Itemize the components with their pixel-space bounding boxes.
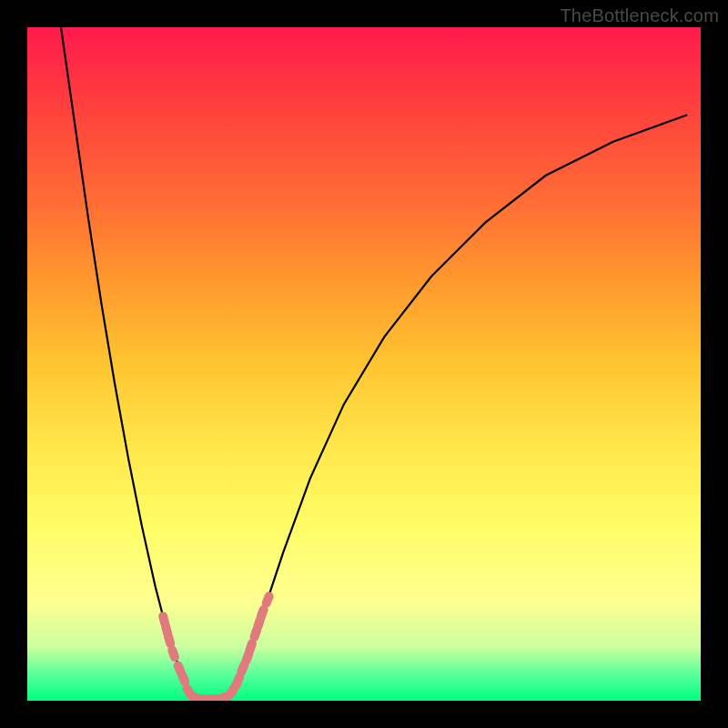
marker-group [157,591,275,701]
curve-svg [27,27,701,701]
curve-left-branch [61,27,190,695]
watermark-text: TheBottleneck.com [560,5,719,26]
curve-right-branch [229,115,687,695]
chart-frame: TheBottleneck.com [0,0,728,728]
plot-area [27,27,701,701]
